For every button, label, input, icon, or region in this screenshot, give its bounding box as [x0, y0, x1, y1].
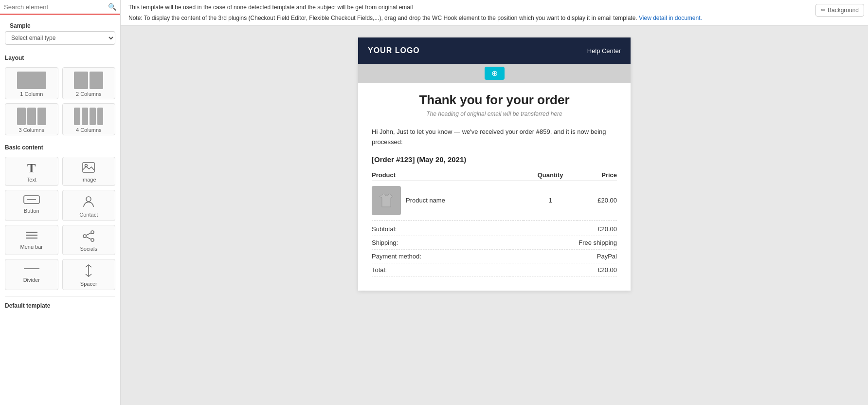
content-image-label: Image — [81, 177, 96, 183]
layout-2col-label: 2 Columns — [76, 91, 102, 97]
layout-2col[interactable]: 2 Columns — [62, 67, 116, 99]
main-canvas: This template will be used in the case o… — [121, 0, 868, 405]
col-price: Price — [577, 169, 617, 181]
svg-point-9 — [91, 231, 94, 234]
content-button[interactable]: Button — [5, 190, 58, 221]
subtotal-value: £20.00 — [510, 222, 617, 236]
content-text-label: Text — [27, 177, 36, 183]
payment-label: Payment method: — [372, 249, 510, 263]
sidebar: 🔍 Sample Select email type Layout 1 Colu… — [0, 0, 121, 405]
product-image — [372, 186, 401, 215]
search-input[interactable] — [4, 3, 105, 11]
sample-section: Sample Select email type — [0, 15, 120, 50]
email-body-text: Hi John, Just to let you know — we've re… — [372, 127, 617, 147]
email-card: YOUR LOGO Help Center ⊕ Thank you for yo… — [358, 37, 631, 291]
button-icon — [23, 195, 40, 206]
subtotal-label: Subtotal: — [372, 222, 510, 236]
email-type-select[interactable]: Select email type — [5, 31, 115, 45]
content-contact[interactable]: Contact — [62, 190, 116, 221]
divider-icon — [23, 264, 40, 275]
svg-line-12 — [86, 237, 91, 239]
socials-icon — [82, 230, 95, 244]
content-spacer[interactable]: Spacer — [62, 259, 116, 290]
layout-grid: 1 Column 2 Columns 3 Columns — [0, 63, 120, 139]
content-spacer-label: Spacer — [80, 281, 97, 287]
svg-point-10 — [91, 239, 94, 241]
content-socials[interactable]: Socials — [62, 225, 116, 255]
content-menubar[interactable]: Menu bar — [5, 225, 58, 255]
email-title: Thank you for your order — [372, 92, 617, 108]
shipping-value: Free shipping — [510, 236, 617, 249]
background-button[interactable]: ✏ Background — [815, 4, 864, 17]
search-bar: 🔍 — [0, 0, 120, 15]
email-body: Thank you for your order The heading of … — [358, 83, 631, 291]
product-qty: 1 — [524, 181, 577, 220]
content-socials-label: Socials — [80, 246, 97, 252]
sample-label: Sample — [5, 18, 115, 31]
content-text[interactable]: T Text — [5, 157, 58, 186]
spacer-icon — [83, 264, 94, 279]
layout-2col-preview — [74, 72, 103, 89]
total-value: £20.00 — [510, 263, 617, 276]
email-header: YOUR LOGO Help Center — [358, 37, 631, 64]
order-table: Product Quantity Price — [372, 169, 617, 221]
total-row: Total: £20.00 — [372, 263, 617, 276]
shipping-row: Shipping: Free shipping — [372, 236, 617, 249]
payment-value: PayPal — [510, 249, 617, 263]
default-template-label: Default template — [0, 298, 120, 311]
image-icon — [82, 162, 95, 175]
note-text: Note: To display the content of the 3rd … — [128, 15, 637, 21]
layout-3col-preview — [17, 108, 46, 125]
note-row: Note: To display the content of the 3rd … — [128, 14, 860, 22]
bg-button-label: Background — [828, 7, 859, 14]
pencil-icon: ✏ — [821, 7, 826, 14]
email-logo: YOUR LOGO — [368, 46, 420, 55]
note-link[interactable]: View detail in document. — [639, 15, 702, 21]
basic-content-label: Basic content — [0, 139, 120, 153]
content-divider[interactable]: Divider — [5, 259, 58, 290]
email-subtitle: The heading of original email will be tr… — [372, 110, 617, 117]
svg-point-8 — [83, 235, 86, 238]
content-menubar-label: Menu bar — [20, 244, 43, 250]
drag-indicator-row: ⊕ — [358, 64, 631, 83]
layout-1col[interactable]: 1 Column — [5, 67, 58, 99]
layout-label: Layout — [0, 50, 120, 63]
text-icon: T — [27, 162, 36, 175]
svg-rect-0 — [83, 163, 94, 172]
content-divider-label: Divider — [23, 277, 40, 283]
layout-1col-preview — [17, 72, 46, 89]
layout-4col-label: 4 Columns — [76, 127, 102, 133]
layout-3col[interactable]: 3 Columns — [5, 103, 58, 135]
product-cell: Product name — [372, 181, 524, 220]
svg-point-15 — [385, 194, 387, 196]
contact-icon — [83, 195, 94, 210]
shipping-label: Shipping: — [372, 236, 510, 249]
col-product: Product — [372, 169, 524, 181]
product-price: £20.00 — [577, 181, 617, 220]
content-image[interactable]: Image — [62, 157, 116, 186]
basic-content-grid: T Text Image Button — [0, 153, 120, 294]
layout-1col-label: 1 Column — [20, 91, 43, 97]
subtotal-row: Subtotal: £20.00 — [372, 222, 617, 236]
search-icon: 🔍 — [108, 3, 116, 11]
content-button-label: Button — [24, 208, 39, 214]
total-label: Total: — [372, 263, 510, 276]
move-icon: ⊕ — [491, 69, 498, 78]
notice-text: This template will be used in the case o… — [128, 3, 860, 12]
product-name: Product name — [406, 197, 445, 204]
order-title: [Order #123] (May 20, 2021) — [372, 155, 617, 164]
sidebar-divider — [5, 296, 115, 296]
canvas-area: YOUR LOGO Help Center ⊕ Thank you for yo… — [121, 26, 868, 405]
menubar-icon — [25, 230, 38, 242]
drag-button[interactable]: ⊕ — [485, 67, 505, 80]
email-header-link: Help Center — [587, 47, 621, 55]
col-quantity: Quantity — [524, 169, 577, 181]
svg-point-4 — [86, 197, 91, 202]
summary-table: Subtotal: £20.00 Shipping: Free shipping… — [372, 222, 617, 277]
top-notice: This template will be used in the case o… — [121, 0, 868, 26]
content-contact-label: Contact — [79, 212, 98, 218]
layout-4col-preview — [74, 108, 103, 125]
layout-4col[interactable]: 4 Columns — [62, 103, 116, 135]
payment-row: Payment method: PayPal — [372, 249, 617, 263]
layout-3col-label: 3 Columns — [18, 127, 44, 133]
